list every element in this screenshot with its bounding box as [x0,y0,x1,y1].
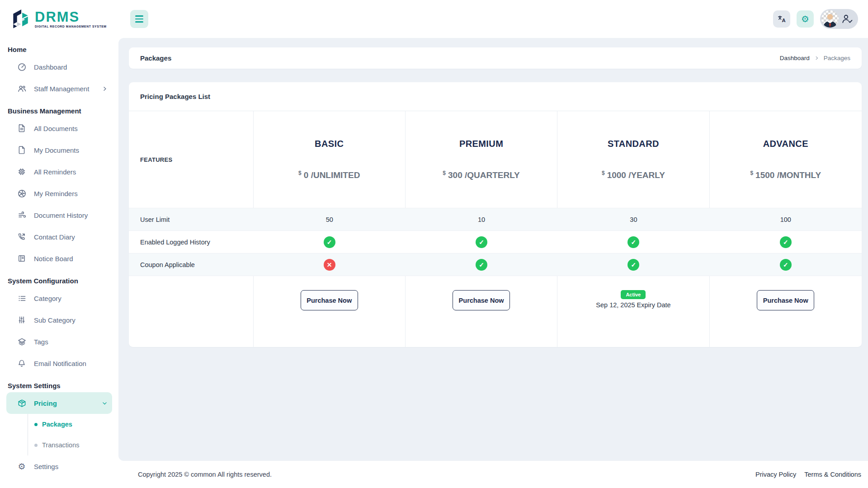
currency-symbol: $ [602,170,605,176]
plan-price: $1500 /MONTHLY [750,170,821,180]
sidebar-item-label: Pricing [34,399,57,407]
empty-cell [129,276,254,347]
privacy-policy-link[interactable]: Privacy Policy [755,471,796,478]
feature-value: 50 [254,208,406,230]
wind-icon [17,211,26,220]
sidebar-item-pricing[interactable]: Pricing [6,392,112,414]
feature-label: Enabled Logged History [129,231,254,253]
sidebar-item-category[interactable]: Category [6,287,112,309]
sidebar-item-label: Dashboard [34,63,67,71]
sidebar-item-dashboard[interactable]: Dashboard [6,56,112,78]
sidebar-item-email-notification[interactable]: Email Notification [6,352,112,374]
sidebar-item-label: Notice Board [34,255,73,263]
cross-icon: ✕ [324,259,335,271]
copyright-text: Copyright 2025 © common All rights reser… [138,471,272,478]
sidebar-item-document-history[interactable]: Document History [6,204,112,226]
plan-price: $300 /QUARTERLY [443,170,519,180]
purchase-now-button-advance[interactable]: Purchase Now [757,290,814,310]
feature-value: 10 [406,208,557,230]
plan-name: ADVANCE [763,139,808,149]
feature-value: 30 [557,208,709,230]
breadcrumb-dashboard-link[interactable]: Dashboard [780,55,810,61]
sidebar-item-my-reminders[interactable]: My Reminders [6,183,112,204]
purchase-now-button-premium[interactable]: Purchase Now [453,290,510,310]
bell-icon [17,359,26,368]
file-icon [17,145,26,155]
translate-icon: A [777,14,786,23]
plan-price: $1000 /YEARLY [602,170,665,180]
breadcrumb: Dashboard Packages [780,55,850,61]
language-button[interactable]: A [773,10,790,28]
document-text-icon [17,124,26,133]
sidebar-item-all-documents[interactable]: All Documents [6,117,112,139]
bullet-icon [34,423,38,426]
sidebar-item-label: Document History [34,211,88,219]
plan-name: BASIC [315,139,344,149]
logo-word: DRMS [35,10,107,24]
sidebar-item-label: Tags [34,338,48,346]
check-icon: ✓ [780,259,792,271]
pricing-submenu: Packages Transactions [28,414,112,455]
pricing-table-header: FEATURES BASIC $0 /UNLIMITED PREMIUM $30… [129,111,862,208]
feature-value: 100 [710,208,862,230]
avatar [821,10,839,28]
sidebar-subitem-label: Packages [42,421,72,428]
sidebar-subitem-packages[interactable]: Packages [28,414,112,435]
sidebar-item-settings[interactable]: ⚙ Settings [6,455,112,477]
main-column: A ⚙ [118,0,868,488]
table-row-enabled-logged-history: Enabled Logged History ✓ ✓ ✓ ✓ [129,230,862,253]
sidebar-item-label: All Documents [34,125,78,132]
person-check-icon [842,14,853,24]
terms-conditions-link[interactable]: Terms & Conditions [804,471,861,478]
sidebar-subitem-label: Transactions [42,441,79,449]
check-icon: ✓ [324,236,335,248]
table-row-coupon-applicable: Coupon Applicable ✕ ✓ ✓ ✓ [129,253,862,276]
gear-icon: ⚙ [17,462,26,471]
speedometer-icon [17,62,26,71]
plan-price: $0 /UNLIMITED [298,170,360,180]
purchase-now-button-basic[interactable]: Purchase Now [301,290,358,310]
logo-tagline: DIGITAL RECORD MANAGEMENT SYSTEM [35,25,107,28]
sidebar-item-all-reminders[interactable]: All Reminders [6,161,112,183]
svg-text:A: A [782,18,785,23]
currency-symbol: $ [298,170,302,176]
cpu-icon [17,167,26,176]
settings-button[interactable]: ⚙ [797,10,814,28]
check-icon: ✓ [627,259,639,271]
section-label-system-configuration: System Configuration [6,269,112,287]
sidebar-item-contact-diary[interactable]: Contact Diary [6,226,112,248]
sidebar-item-label: Contact Diary [34,233,75,241]
app-logo[interactable]: DRMS DIGITAL RECORD MANAGEMENT SYSTEM [0,0,118,38]
sidebar-item-label: My Documents [34,146,79,154]
plan-header-advance: ADVANCE $1500 /MONTHLY [710,111,862,208]
profile-menu[interactable] [820,9,858,29]
plan-header-basic: BASIC $0 /UNLIMITED [254,111,406,208]
board-icon [17,254,26,263]
footer: Copyright 2025 © common All rights reser… [118,461,868,488]
chevron-right-icon [102,86,108,92]
people-icon [17,84,26,93]
phone-icon [17,232,26,241]
section-label-home: Home [6,38,112,56]
sidebar-item-tags[interactable]: Tags [6,331,112,352]
check-icon: ✓ [780,236,792,248]
menu-toggle-button[interactable] [130,10,148,28]
sidebar-item-sub-category[interactable]: Sub Category [6,309,112,331]
breadcrumb-current: Packages [824,55,850,61]
gear-icon: ⚙ [801,14,809,24]
card-title: Pricing Packages List [129,82,862,111]
sidebar-subitem-transactions[interactable]: Transactions [28,435,112,455]
sidebar: DRMS DIGITAL RECORD MANAGEMENT SYSTEM Ho… [0,0,118,488]
logo-mark-icon [10,9,31,29]
breadcrumb-card: Packages Dashboard Packages [129,47,862,69]
sidebar-item-notice-board[interactable]: Notice Board [6,248,112,269]
check-icon: ✓ [476,259,487,271]
currency-symbol: $ [443,170,446,176]
topbar: A ⚙ [118,0,868,38]
plan-name: STANDARD [608,139,659,149]
sidebar-item-label: Staff Management [34,85,89,93]
currency-symbol: $ [750,170,753,176]
sidebar-item-my-documents[interactable]: My Documents [6,139,112,161]
sidebar-item-label: Category [34,295,61,302]
sidebar-item-staff-management[interactable]: Staff Management [6,78,112,99]
